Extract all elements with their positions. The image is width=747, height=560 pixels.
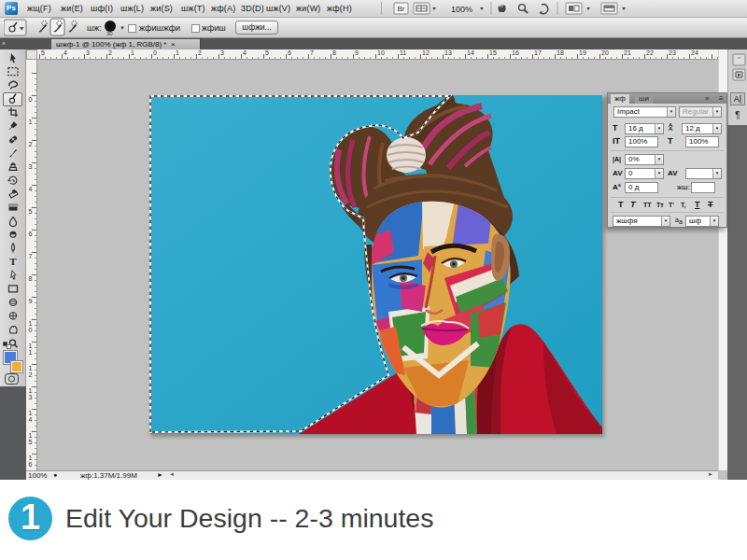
svg-text:100%: 100% (451, 5, 472, 14)
svg-text:ʼʼ: ʼʼ (738, 56, 741, 64)
svg-text:T: T (9, 256, 17, 267)
svg-text:Br: Br (398, 5, 405, 13)
